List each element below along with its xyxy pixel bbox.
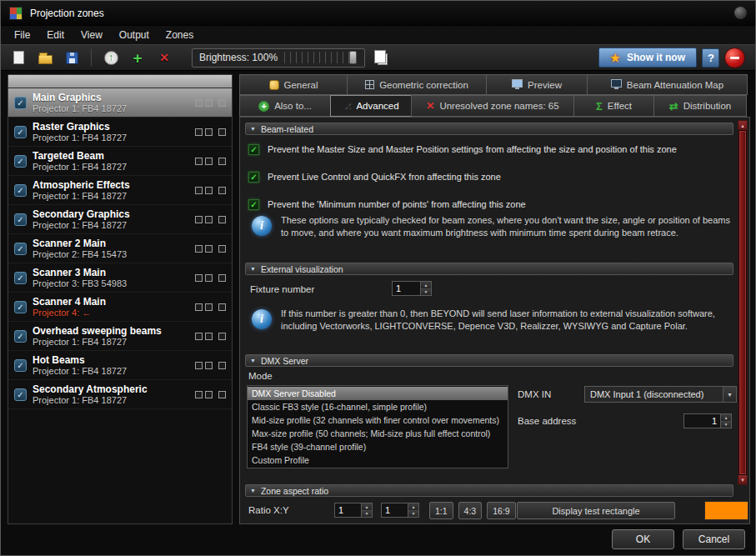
tab-distribution[interactable]: Distribution [653, 95, 747, 117]
zone-flag-box[interactable] [218, 274, 226, 282]
tab-unresolved-zone-names-65[interactable]: Unresolved zone names: 65 [411, 95, 574, 117]
zone-flag-box[interactable] [205, 333, 213, 340]
save-button[interactable] [61, 47, 83, 68]
spinner-up-icon[interactable]: ▲ [362, 503, 372, 511]
zone-flag-box[interactable] [195, 274, 203, 282]
zone-flag-box[interactable] [218, 99, 226, 107]
zone-flag-box[interactable] [205, 187, 213, 194]
zone-list-item[interactable]: ✓Raster GraphicsProjector 1: FB4 18727 [8, 118, 232, 147]
cancel-button[interactable]: Cancel [683, 529, 745, 549]
zone-flag-box[interactable] [205, 158, 213, 165]
zone-flag-box[interactable] [218, 303, 226, 311]
zone-enabled-check-icon[interactable]: ✓ [14, 301, 27, 313]
zone-flag-box[interactable] [205, 128, 213, 136]
add-zone-button[interactable]: + [127, 47, 148, 68]
zone-flag-box[interactable] [205, 274, 213, 282]
zone-enabled-check-icon[interactable]: ✓ [14, 330, 27, 343]
zone-enabled-check-icon[interactable]: ✓ [14, 213, 27, 226]
fixture-number-spinner[interactable]: 1 ▲ ▼ [392, 281, 432, 296]
brightness-slider-thumb[interactable] [349, 51, 357, 64]
zone-flag-box[interactable] [205, 303, 213, 311]
title-bar[interactable]: Projection zones [1, 1, 755, 26]
dmx-mode-option[interactable]: Classic FB3 style (16-channel, simple pr… [248, 400, 508, 413]
zone-list-item[interactable]: ✓Secondary AtmosphericProjector 1: FB4 1… [8, 380, 232, 409]
zone-list-item[interactable]: ✓Secondary GraphicsProjector 1: FB4 1872… [8, 205, 232, 234]
zone-enabled-check-icon[interactable]: ✓ [14, 388, 27, 401]
dmx-mode-option[interactable]: Max-size profile (50 channels; Mid-size … [248, 427, 508, 440]
menu-item-edit[interactable]: Edit [38, 27, 73, 43]
send-button[interactable]: ↑ [100, 47, 122, 68]
zone-list-item[interactable]: ✓Targeted BeamProjector 1: FB4 18727 [8, 147, 232, 176]
section-header-beam-related[interactable]: ▼ Beam-related [245, 123, 733, 135]
zone-flag-box[interactable] [218, 333, 226, 340]
section-header-external-visualization[interactable]: ▼ External visualization [245, 263, 733, 275]
checkbox-checked-icon[interactable]: ✓ [248, 172, 259, 183]
display-test-rectangle-button[interactable]: Display test rectangle [517, 502, 675, 519]
delete-zone-button[interactable]: ✕ [153, 47, 175, 68]
zone-list-item[interactable]: ✓Scanner 2 MainProjector 2: FB4 15473 [8, 234, 232, 263]
zone-flag-box[interactable] [218, 128, 226, 136]
menu-item-zones[interactable]: Zones [158, 27, 202, 43]
zone-enabled-check-icon[interactable]: ✓ [14, 243, 27, 255]
tab-advanced[interactable]: Advanced [330, 95, 412, 117]
tab-effect[interactable]: Effect [573, 95, 654, 117]
zone-flag-box[interactable] [218, 187, 226, 194]
ratio-y-spinner[interactable]: 1 ▲ ▼ [381, 503, 419, 518]
tab-general[interactable]: General [239, 74, 348, 95]
zone-flag-box[interactable] [218, 216, 226, 223]
zone-flag-box[interactable] [195, 99, 203, 107]
zone-flag-box[interactable] [195, 362, 203, 369]
zone-flag-box[interactable] [205, 362, 213, 369]
zone-enabled-check-icon[interactable]: ✓ [14, 97, 27, 109]
scrollbar-thumb[interactable] [739, 131, 746, 474]
zone-flag-box[interactable] [218, 391, 226, 398]
zone-flag-box[interactable] [218, 245, 226, 253]
dmx-in-dropdown[interactable]: DMX Input 1 (disconnected) ▼ [584, 386, 737, 403]
section-header-zone-aspect-ratio[interactable]: ▼ Zone aspect ratio [245, 484, 733, 497]
brightness-slider[interactable] [284, 52, 358, 63]
beam-option-1[interactable]: ✓Prevent the Master Size and Master Posi… [248, 141, 677, 158]
dmx-mode-option[interactable]: DMX Server Disabled [248, 387, 508, 400]
zone-enabled-check-icon[interactable]: ✓ [14, 272, 27, 284]
zone-enabled-check-icon[interactable]: ✓ [14, 359, 27, 372]
copy-button[interactable] [370, 47, 392, 68]
spinner-down-icon[interactable]: ▼ [408, 511, 418, 518]
ok-button[interactable]: OK [612, 529, 674, 549]
scroll-up-icon[interactable]: ▲ [738, 121, 747, 130]
tab-beam-attenuation-map[interactable]: Beam Attenuation Map [587, 74, 748, 95]
dmx-mode-option[interactable]: Mid-size profile (32 channels with finer… [248, 413, 508, 427]
tab-also-to[interactable]: Also to... [239, 95, 331, 117]
menu-item-view[interactable]: View [73, 27, 111, 43]
tab-geometric-correction[interactable]: Geometric correction [347, 74, 487, 95]
tab-preview[interactable]: Preview [486, 74, 588, 95]
zone-list-item[interactable]: ✓Main GraphicsProjector 1: FB4 18727 [8, 88, 232, 118]
zone-enabled-check-icon[interactable]: ✓ [14, 184, 27, 197]
section-header-dmx-server[interactable]: ▼ DMX Server [245, 354, 733, 367]
ratio-x-spinner[interactable]: 1 ▲ ▼ [334, 503, 373, 518]
dmx-mode-option[interactable]: FB4 style (39-channel profile) [248, 440, 508, 453]
menu-item-file[interactable]: File [6, 27, 38, 43]
zone-flag-box[interactable] [205, 245, 213, 253]
zone-flag-box[interactable] [205, 216, 213, 223]
aspect-preset-4-3[interactable]: 4:3 [458, 502, 483, 519]
window-corner-icon[interactable] [734, 7, 747, 19]
zone-flag-box[interactable] [195, 333, 203, 340]
beam-option-2[interactable]: ✓Prevent Live Control and QuickFX fron a… [248, 168, 677, 185]
checkbox-checked-icon[interactable]: ✓ [248, 144, 259, 155]
spinner-down-icon[interactable]: ▼ [721, 422, 731, 428]
zone-enabled-check-icon[interactable]: ✓ [14, 126, 27, 138]
open-button[interactable] [34, 47, 56, 68]
aspect-preset-16-9[interactable]: 16:9 [487, 502, 515, 519]
vertical-scrollbar[interactable]: ▲ ▼ [738, 120, 748, 485]
zone-flag-box[interactable] [195, 391, 203, 398]
zone-list-item[interactable]: ✓Overhead sweeping beamsProjector 1: FB4… [8, 322, 232, 351]
zone-flag-box[interactable] [195, 245, 203, 253]
scroll-down-icon[interactable]: ▼ [738, 475, 747, 484]
beam-option-3[interactable]: ✓Prevent the 'Minimum number of points' … [248, 196, 677, 213]
zone-list-item[interactable]: ✓Scanner 4 MainProjector 4: ← [8, 293, 232, 322]
show-it-now-button[interactable]: ★ Show it now [598, 48, 697, 68]
help-button[interactable]: ? [702, 48, 719, 68]
test-rectangle-color-swatch[interactable] [704, 501, 748, 520]
spinner-down-icon[interactable]: ▼ [421, 289, 431, 296]
dmx-mode-option[interactable]: Custom Profile [248, 453, 508, 467]
